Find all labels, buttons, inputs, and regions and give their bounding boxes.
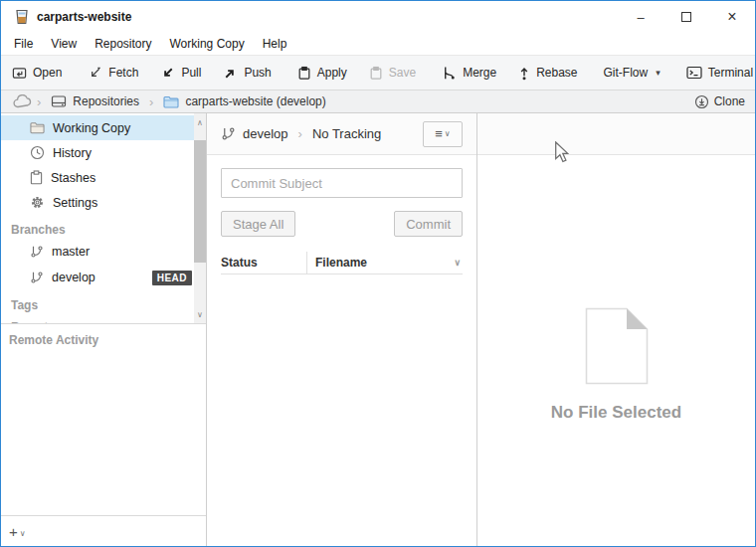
current-branch-label: develop › No Tracking — [221, 126, 381, 141]
sidebar-scroll-area: Working Copy History Stashes Settings — [1, 113, 206, 324]
window-controls: – × — [618, 1, 755, 33]
close-button[interactable]: × — [709, 1, 755, 33]
hamburger-icon: ≡ — [435, 126, 443, 141]
menu-view[interactable]: View — [42, 33, 86, 55]
column-divider[interactable] — [306, 252, 307, 274]
tracking-status: No Tracking — [312, 126, 381, 141]
merge-icon — [442, 66, 457, 81]
pull-button[interactable]: Pull — [149, 56, 212, 90]
apply-icon — [297, 66, 311, 81]
breadcrumb-separator: › — [33, 94, 45, 109]
terminal-icon — [686, 66, 702, 80]
push-button[interactable]: Push — [212, 56, 282, 90]
remotes-section-header: Remotes — [1, 318, 195, 324]
scroll-up-icon[interactable]: ∧ — [194, 115, 206, 129]
terminal-button[interactable]: Terminal — [675, 56, 756, 90]
remote-activity-header: Remote Activity — [1, 324, 206, 347]
maximize-button[interactable] — [663, 1, 709, 33]
commit-panel-header: develop › No Tracking ≡ ∨ — [207, 113, 476, 155]
commit-actions-row: Stage All Commit — [221, 211, 463, 237]
branch-icon — [30, 245, 44, 259]
scroll-down-icon[interactable]: ∨ — [194, 307, 206, 321]
save-icon — [369, 66, 383, 81]
breadcrumb-separator: › — [145, 94, 157, 109]
add-repo-button[interactable]: + — [9, 523, 18, 540]
save-button[interactable]: Save — [358, 56, 427, 90]
scrollbar-thumb[interactable] — [194, 140, 206, 263]
branch-item-develop[interactable]: develop HEAD — [1, 265, 195, 290]
stage-all-button[interactable]: Stage All — [221, 211, 295, 237]
sourcetree-app-icon — [14, 9, 30, 25]
maximize-icon — [681, 12, 691, 22]
detail-empty-state: No File Selected — [477, 155, 755, 546]
commit-options-button[interactable]: ≡ ∨ — [423, 121, 463, 147]
minimize-button[interactable]: – — [618, 1, 663, 33]
branch-icon — [221, 126, 236, 141]
apply-button[interactable]: Apply — [286, 56, 358, 90]
sidebar-scrollbar[interactable]: ∧ ∨ — [194, 113, 206, 323]
rebase-button[interactable]: Rebase — [507, 56, 588, 90]
no-file-selected-text: No File Selected — [551, 403, 681, 423]
rebase-icon — [518, 66, 530, 81]
file-list-header: Status Filename ∨ — [221, 251, 463, 274]
repo-folder-icon — [163, 95, 179, 108]
column-filename[interactable]: Filename — [315, 256, 454, 270]
commit-button[interactable]: Commit — [394, 211, 463, 237]
stashes-clipboard-icon — [30, 170, 43, 185]
merge-button[interactable]: Merge — [431, 56, 507, 90]
remotes-section-clipped: Remotes — [1, 318, 195, 324]
window-title: carparts-website — [37, 10, 131, 24]
sidebar-item-settings[interactable]: Settings — [1, 190, 195, 215]
working-copy-folder-icon — [30, 121, 45, 134]
push-icon — [223, 66, 238, 81]
open-icon — [12, 66, 27, 81]
menu-working-copy[interactable]: Working Copy — [161, 33, 254, 55]
menu-repository[interactable]: Repository — [86, 33, 160, 55]
sidebar-item-history[interactable]: History — [1, 140, 195, 165]
head-badge: HEAD — [152, 271, 192, 285]
tracking-separator: › — [295, 126, 305, 141]
clone-icon — [694, 94, 709, 109]
cloud-icon — [13, 94, 33, 108]
settings-gear-icon — [30, 195, 45, 210]
gitflow-caret-icon: ▾ — [656, 68, 661, 78]
commit-panel: develop › No Tracking ≡ ∨ Stage All Comm… — [207, 113, 477, 546]
commit-subject-input[interactable] — [221, 168, 463, 198]
breadcrumb-bar: › Repositories › carparts-website (devel… — [1, 91, 755, 113]
main-body: Working Copy History Stashes Settings — [1, 113, 755, 546]
fetch-icon — [88, 66, 102, 81]
chevron-down-icon: ∨ — [445, 129, 451, 138]
title-bar: carparts-website – × — [1, 1, 755, 33]
pull-icon — [160, 66, 175, 81]
sidebar-item-working-copy[interactable]: Working Copy — [1, 115, 195, 140]
add-repo-caret-icon[interactable]: ∨ — [20, 529, 26, 538]
toolbar: Open Fetch Pull Push Apply Save Merge — [1, 56, 755, 91]
commit-body: Stage All Commit Status Filename ∨ — [207, 155, 476, 274]
sidebar-bottom-bar: + ∨ — [1, 515, 206, 546]
menu-bar: File View Repository Working Copy Help — [1, 33, 755, 56]
app-window: carparts-website – × File View Repositor… — [0, 0, 756, 547]
clone-button[interactable]: Clone — [694, 94, 745, 109]
menu-help[interactable]: Help — [254, 33, 296, 55]
repositories-icon — [51, 94, 67, 108]
open-button[interactable]: Open — [1, 56, 73, 90]
branch-name: develop — [243, 126, 288, 141]
sidebar: Working Copy History Stashes Settings — [1, 113, 207, 546]
sidebar-item-stashes[interactable]: Stashes — [1, 165, 195, 190]
gitflow-button[interactable]: Git-Flow ▾ — [593, 56, 671, 90]
column-options-icon[interactable]: ∨ — [454, 258, 461, 268]
fetch-button[interactable]: Fetch — [77, 56, 149, 90]
detail-panel: No File Selected — [477, 113, 755, 546]
branch-icon — [30, 271, 44, 284]
breadcrumb-repositories[interactable]: Repositories — [45, 94, 145, 108]
breadcrumb-repo[interactable]: carparts-website (develop) — [157, 94, 331, 108]
tags-section-header: Tags — [1, 296, 195, 314]
empty-file-icon — [585, 307, 649, 385]
column-status[interactable]: Status — [221, 256, 306, 270]
sidebar-empty-space — [1, 347, 206, 515]
branch-item-master[interactable]: master — [1, 239, 195, 265]
menu-file[interactable]: File — [5, 33, 42, 55]
branches-section-header: Branches — [1, 221, 195, 239]
detail-panel-header — [477, 113, 755, 155]
history-clock-icon — [30, 145, 45, 160]
